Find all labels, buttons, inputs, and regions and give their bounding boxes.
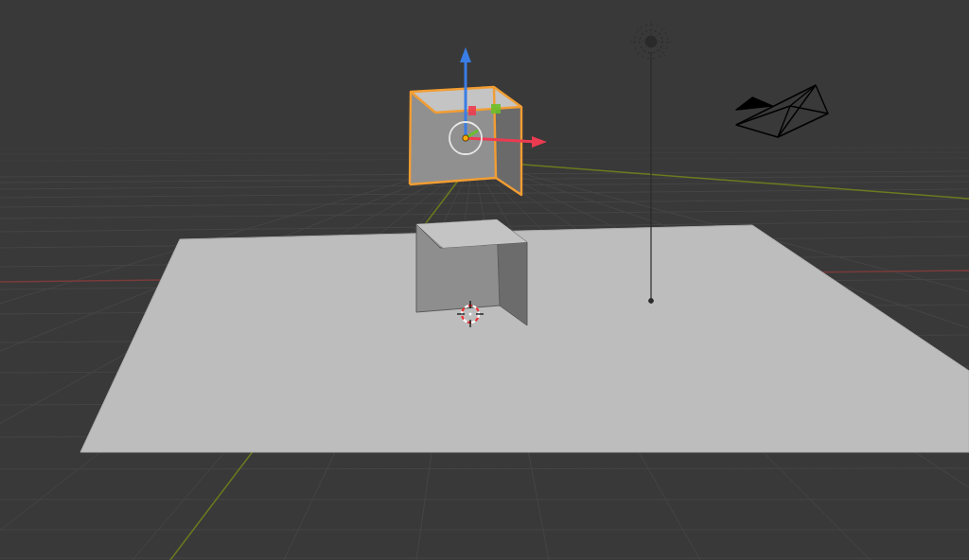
svg-point-80 bbox=[649, 299, 654, 304]
svg-point-52 bbox=[469, 313, 472, 316]
svg-rect-65 bbox=[468, 106, 476, 115]
viewport-canvas[interactable] bbox=[0, 0, 969, 560]
svg-point-68 bbox=[463, 135, 468, 141]
svg-rect-66 bbox=[491, 104, 501, 114]
3d-viewport[interactable] bbox=[0, 0, 969, 560]
